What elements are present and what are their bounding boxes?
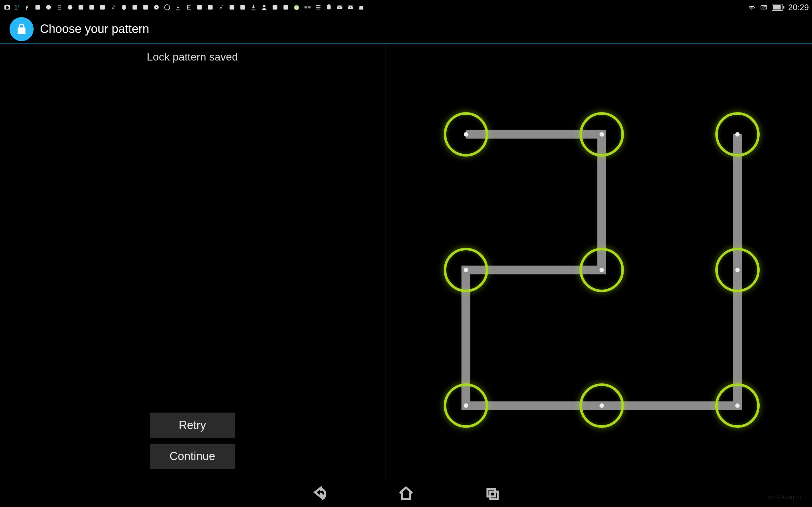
svg-rect-12 (197, 5, 202, 10)
queue-icon (314, 3, 322, 11)
notification-icon (77, 3, 85, 11)
battery-icon (772, 4, 783, 11)
notification-icon (282, 3, 290, 11)
android-status-bar: 1º E ⫽ E ⫽ 👓 2 (0, 0, 812, 14)
bag-icon (357, 3, 365, 11)
pattern-grid[interactable] (402, 70, 802, 469)
svg-point-1 (46, 5, 51, 10)
watermark: ACERASOO (761, 491, 809, 505)
pattern-dot-1[interactable] (579, 112, 624, 157)
continue-button[interactable]: Continue (150, 444, 235, 469)
facebook-icon (23, 3, 31, 11)
statusbar-system-icons: 20:29 (748, 3, 809, 12)
notification-icon (206, 3, 214, 11)
lock-icon (9, 17, 34, 41)
home-button[interactable] (398, 486, 414, 503)
notification-icon (228, 3, 236, 11)
notification-icon (239, 3, 247, 11)
download-icon (174, 3, 182, 11)
camera-icon (3, 3, 11, 11)
pattern-dot-3[interactable] (444, 248, 488, 292)
svg-rect-22 (348, 6, 353, 9)
pattern-dot-6[interactable] (444, 383, 488, 428)
glasses-icon: 👓 (303, 3, 311, 11)
pattern-pane (386, 45, 812, 482)
svg-point-11 (165, 5, 170, 10)
notification-icon: E (55, 3, 63, 11)
left-pane: Lock pattern saved Retry Continue (0, 45, 386, 482)
android-icon (325, 3, 333, 11)
svg-rect-15 (241, 5, 245, 10)
pattern-dot-4[interactable] (579, 248, 624, 292)
pattern-dot-2[interactable] (715, 112, 760, 157)
svg-rect-7 (133, 5, 137, 10)
mail-icon (336, 3, 344, 11)
notification-icon (195, 3, 204, 11)
svg-rect-5 (100, 5, 105, 10)
pattern-dot-5[interactable] (715, 248, 760, 292)
svg-rect-8 (143, 5, 148, 10)
notification-icon (163, 3, 171, 11)
pattern-status-message: Lock pattern saved (0, 45, 385, 63)
download-icon (249, 3, 258, 11)
power-icon (293, 3, 301, 11)
notification-icon (66, 3, 74, 11)
svg-rect-29 (20, 30, 22, 32)
notification-icon (120, 3, 128, 11)
pattern-dot-8[interactable] (715, 383, 760, 428)
svg-point-2 (68, 5, 72, 10)
notification-icon (152, 3, 160, 11)
notification-icon (98, 3, 107, 11)
svg-rect-0 (36, 5, 40, 10)
svg-rect-17 (273, 5, 277, 10)
svg-rect-13 (208, 5, 213, 10)
svg-point-16 (263, 5, 265, 7)
screen-titlebar: Choose your pattern (0, 14, 812, 44)
svg-rect-23 (761, 6, 767, 9)
notification-icon (88, 3, 96, 11)
notification-icon (271, 3, 279, 11)
svg-rect-3 (79, 5, 84, 10)
android-nav-bar (0, 482, 812, 507)
pattern-dot-0[interactable] (444, 112, 488, 157)
status-clock: 20:29 (788, 3, 809, 12)
user-icon (260, 3, 268, 11)
keyboard-icon (760, 3, 768, 11)
svg-rect-18 (284, 5, 288, 10)
statusbar-notification-icons: 1º E ⫽ E ⫽ 👓 (3, 3, 748, 11)
svg-rect-14 (230, 5, 235, 10)
svg-rect-21 (337, 6, 343, 9)
notification-icon (44, 3, 53, 11)
notification-icon (142, 3, 150, 11)
svg-point-6 (122, 5, 126, 10)
wifi-icon (748, 3, 756, 11)
notification-icon: E (185, 3, 193, 11)
svg-point-10 (156, 7, 157, 8)
back-button[interactable] (311, 486, 328, 503)
page-title: Choose your pattern (40, 22, 149, 36)
mail-icon (346, 3, 355, 11)
retry-button[interactable]: Retry (150, 412, 235, 438)
notification-icon (131, 3, 139, 11)
pattern-dot-7[interactable] (579, 383, 624, 428)
svg-rect-4 (90, 5, 94, 10)
notification-icon (34, 3, 42, 11)
notification-icon: ⫽ (217, 3, 225, 11)
temperature-indicator: 1º (14, 3, 20, 11)
notification-icon: ⫽ (109, 3, 117, 11)
recent-apps-button[interactable] (484, 486, 501, 503)
